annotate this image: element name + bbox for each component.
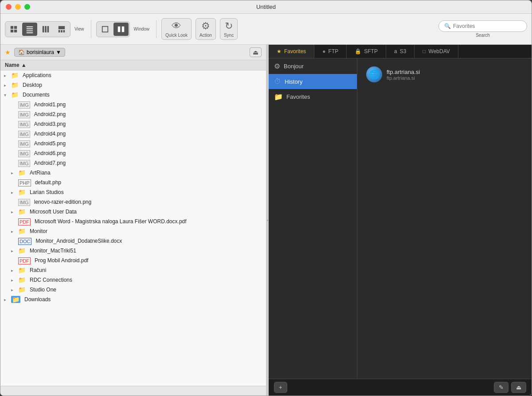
file-type-icon: IMG [18, 111, 30, 118]
search-input[interactable] [453, 23, 515, 29]
file-name: Računi [30, 267, 46, 273]
favorites-item-favorites[interactable]: 📁Favorites [269, 89, 357, 105]
window-split-button[interactable] [113, 23, 129, 36]
search-group: 🔍 Search [438, 20, 527, 38]
tab-sftp[interactable]: 🔒SFTP [347, 45, 386, 58]
list-item[interactable]: ▸ 📁 Studio One [0, 285, 266, 295]
expand-arrow-icon: ▸ [11, 287, 18, 292]
expand-arrow-icon: ▸ [11, 171, 18, 175]
expand-arrow-icon: ▸ [11, 210, 18, 214]
left-panel-footer [0, 386, 266, 396]
window-button-group [96, 21, 130, 37]
list-item[interactable]: IMG Android6.png [0, 148, 266, 158]
tab-webdav[interactable]: □WebDAV [415, 45, 458, 58]
view-button-group [5, 21, 70, 37]
svg-rect-8 [43, 26, 44, 32]
expand-arrow-icon: ▸ [4, 73, 11, 78]
list-item[interactable]: IMG Android3.png [0, 119, 266, 129]
list-item[interactable]: ▸ 📁 ArtRiana [0, 168, 266, 178]
breadcrumb-button[interactable]: 🏠 borisinlaura ▼ [14, 48, 65, 57]
list-item[interactable]: ▸ 📁 RDC Connections [0, 275, 266, 285]
window-controls[interactable] [6, 4, 30, 10]
file-type-icon: 📁 [18, 228, 26, 235]
list-item[interactable]: IMG Android1.png [0, 100, 266, 109]
expand-arrow-icon: ▸ [11, 248, 18, 253]
minimize-button[interactable] [15, 4, 21, 10]
file-type-icon: IMG [18, 150, 30, 157]
favorites-tab-icon: ★ [277, 48, 282, 54]
column-view-button[interactable] [38, 23, 53, 36]
panel-resize-handle[interactable] [266, 45, 269, 396]
window-single-button[interactable] [98, 23, 113, 36]
list-item[interactable]: ▸ 📁 Desktop [0, 80, 266, 90]
list-item[interactable]: ▸ 📁 Monitor_MacTriki51 [0, 246, 266, 256]
tab-favorites[interactable]: ★Favorites [269, 45, 314, 58]
file-name: Microsoft Word - Magistrska naloga Laura… [35, 218, 187, 225]
remote-globe-icon: 🌐 [366, 66, 382, 82]
action-label: Action [200, 33, 212, 38]
eject-button[interactable]: ⏏ [250, 47, 262, 57]
edit-connection-button[interactable]: ✎ [494, 382, 509, 393]
file-name: ArtRiana [30, 170, 51, 176]
favorites-item-history[interactable]: ⏱History [269, 74, 357, 89]
list-view-button[interactable] [22, 23, 37, 36]
webdav-tab-icon: □ [422, 48, 426, 54]
svg-rect-10 [47, 26, 49, 32]
toolbar-divider-1 [91, 20, 91, 38]
remote-item-ftp-artriana[interactable]: 🌐 ftp.artriana.si ftp.artriana.si [362, 63, 527, 86]
action-button[interactable]: ⚙ Action [196, 18, 216, 40]
svg-rect-9 [45, 26, 47, 32]
file-name: default.php [35, 179, 61, 186]
file-list[interactable]: ▸ 📁 Applications ▸ 📁 Desktop ▾ 📁 Documen… [0, 70, 266, 386]
icon-view-button[interactable] [6, 23, 21, 36]
list-item[interactable]: IMG Android2.png [0, 109, 266, 119]
footer-right-buttons: ✎ ⏏ [494, 382, 526, 393]
list-item[interactable]: ▸ 📁 Larian Studios [0, 187, 266, 197]
list-item[interactable]: IMG Android4.png [0, 129, 266, 139]
right-panel: ★Favorites●FTP🔒SFTPaS3□WebDAV ⚙Bonjour⏱H… [269, 45, 532, 396]
list-item[interactable]: PDF Prog Mobil Android.pdf [0, 256, 266, 265]
list-item[interactable]: DOC Monitor_Android_DodatneSlike.docx [0, 236, 266, 246]
file-type-icon: 📁 [18, 267, 26, 274]
toolbar: View Window 👁 Quick Look ⚙ Action [0, 14, 532, 45]
svg-rect-13 [61, 30, 63, 32]
list-item[interactable]: ▸ 📁 Računi [0, 265, 266, 275]
window-label: Window [134, 27, 150, 31]
quick-look-button[interactable]: 👁 Quick Look [161, 18, 192, 40]
list-item[interactable]: IMG Android5.png [0, 139, 266, 148]
list-item[interactable]: ▾ 📁 Documents [0, 90, 266, 100]
svg-rect-0 [11, 26, 13, 28]
list-item[interactable]: PDF Microsoft Word - Magistrska naloga L… [0, 217, 266, 226]
add-connection-button[interactable]: + [274, 382, 287, 393]
file-type-icon: 📁 [18, 276, 26, 283]
list-item[interactable]: ▸ 📁 Downloads [0, 295, 266, 304]
search-input-area[interactable]: 🔍 [438, 20, 527, 32]
favorites-item-bonjour[interactable]: ⚙Bonjour [269, 58, 357, 74]
toolbar-divider-2 [156, 20, 156, 38]
expand-arrow-icon: ▸ [11, 190, 18, 195]
file-name: Microsoft User Data [30, 209, 77, 215]
list-item[interactable]: ▸ 📁 Monitor [0, 226, 266, 236]
list-item[interactable]: ▸ 📁 Microsoft User Data [0, 207, 266, 217]
cover-flow-button[interactable] [54, 23, 69, 36]
file-type-icon: 📁 [18, 286, 26, 293]
list-item[interactable]: ▸ 📁 Applications [0, 70, 266, 80]
close-button[interactable] [6, 4, 12, 10]
sync-label: Sync [224, 33, 234, 38]
breadcrumb-text: borisinlaura [27, 49, 54, 55]
tab-s3[interactable]: aS3 [386, 45, 415, 58]
sort-arrow-icon: ▲ [21, 62, 27, 68]
file-type-icon: IMG [18, 159, 30, 167]
file-name: Android3.png [34, 121, 66, 127]
maximize-button[interactable] [24, 4, 30, 10]
list-item[interactable]: IMG lenovo-razer-edition.png [0, 197, 266, 207]
expand-arrow-icon: ▸ [11, 229, 18, 234]
sync-button[interactable]: ↻ Sync [220, 18, 238, 40]
favorites-item-label: Favorites [286, 93, 310, 100]
list-item[interactable]: PHP default.php [0, 178, 266, 187]
eject-connection-button[interactable]: ⏏ [511, 382, 526, 393]
sync-icon: ↻ [225, 20, 233, 32]
list-item[interactable]: IMG Android7.png [0, 158, 266, 168]
history-icon: ⏱ [274, 78, 281, 85]
tab-ftp[interactable]: ●FTP [314, 45, 347, 58]
